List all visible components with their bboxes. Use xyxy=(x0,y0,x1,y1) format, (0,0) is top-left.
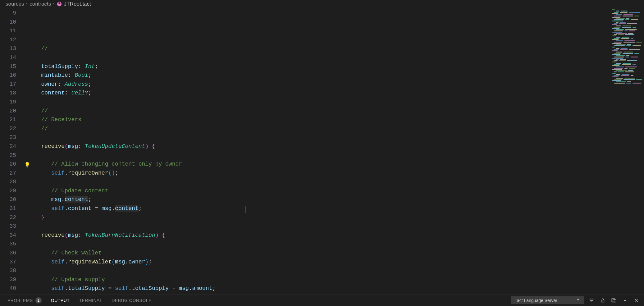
minimap[interactable] xyxy=(610,8,644,294)
code-line[interactable]: } xyxy=(31,213,610,222)
line-number: 24 xyxy=(0,142,16,151)
panel-tabs: Problems 1 Output Terminal Debug Console xyxy=(7,297,152,304)
code-line[interactable]: // xyxy=(31,44,610,53)
breadcrumb[interactable]: sources › contracts › JTRoot.tact xyxy=(0,0,644,8)
line-number: 19 xyxy=(0,98,16,107)
bottom-panel: Problems 1 Output Terminal Debug Console… xyxy=(0,294,644,306)
code-line[interactable] xyxy=(31,151,610,160)
line-number: 39 xyxy=(0,275,16,284)
filter-icon[interactable] xyxy=(588,297,595,304)
code-line[interactable] xyxy=(31,240,610,249)
tab-terminal[interactable]: Terminal xyxy=(79,298,102,303)
line-number: 31 xyxy=(0,204,16,213)
code-line[interactable]: // xyxy=(31,124,610,133)
code-line[interactable] xyxy=(31,266,610,275)
tab-problems[interactable]: Problems 1 xyxy=(7,297,42,304)
chevron-right-icon: › xyxy=(26,1,28,7)
line-number: 29 xyxy=(0,186,16,195)
breadcrumb-seg-contracts[interactable]: contracts xyxy=(30,1,51,7)
code-line[interactable]: // Receivers xyxy=(31,115,610,124)
line-number: 35 xyxy=(0,240,16,249)
code-line[interactable]: // Update supply xyxy=(31,275,610,284)
code-line[interactable]: receive(msg: TokenBurnNotification) { xyxy=(31,231,610,240)
line-number: 16 xyxy=(0,71,16,80)
line-number: 40 xyxy=(0,284,16,293)
tab-debug-console[interactable]: Debug Console xyxy=(112,298,152,303)
svg-rect-0 xyxy=(601,300,604,302)
code-line[interactable] xyxy=(31,133,610,142)
code-line[interactable]: receive(msg: TokenUpdateContent) { xyxy=(31,142,610,151)
line-number: 36 xyxy=(0,249,16,258)
breadcrumb-file[interactable]: JTRoot.tact xyxy=(64,1,91,7)
close-panel-icon[interactable] xyxy=(633,297,640,304)
chevron-right-icon: › xyxy=(53,1,55,7)
chevron-down-icon xyxy=(576,298,580,303)
output-channel-dropdown[interactable]: Tact Language Server xyxy=(511,296,584,304)
tab-debug-label: Debug Console xyxy=(112,298,152,303)
panel-actions: Tact Language Server xyxy=(511,296,640,304)
tab-output-label: Output xyxy=(51,298,70,303)
code-line[interactable]: self.content = msg.content; xyxy=(31,204,610,213)
file-tact-icon xyxy=(57,1,62,7)
code-line[interactable] xyxy=(31,53,610,62)
glyph-margin: 💡 xyxy=(24,8,31,294)
line-number: 23 xyxy=(0,133,16,142)
line-number: 9 xyxy=(0,9,16,18)
line-number: 13 xyxy=(0,44,16,53)
code-line[interactable]: mintable: Bool; xyxy=(31,71,610,80)
chevron-up-icon[interactable] xyxy=(622,297,628,304)
line-number: 14 xyxy=(0,53,16,62)
line-number: 18 xyxy=(0,89,16,98)
code-line[interactable] xyxy=(31,98,610,107)
lock-scroll-icon[interactable] xyxy=(599,297,606,304)
line-number: 21 xyxy=(0,115,16,124)
line-number: 15 xyxy=(0,62,16,71)
code-line[interactable] xyxy=(31,293,610,294)
line-number: 32 xyxy=(0,213,16,222)
code-line[interactable]: self.totalSupply = self.totalSupply - ms… xyxy=(31,284,610,293)
code-line[interactable]: content: Cell?; xyxy=(31,89,610,98)
tab-output[interactable]: Output xyxy=(51,298,70,303)
code-line[interactable]: owner: Address; xyxy=(31,80,610,89)
svg-rect-2 xyxy=(613,299,616,303)
problems-count-badge: 1 xyxy=(35,297,42,304)
output-channel-label: Tact Language Server xyxy=(515,298,557,303)
line-number: 33 xyxy=(0,222,16,231)
line-number: 20 xyxy=(0,107,16,116)
code-line[interactable]: // Check wallet xyxy=(31,249,610,258)
line-number: 12 xyxy=(0,35,16,44)
code-line[interactable] xyxy=(31,222,610,231)
code-line[interactable]: self.requireWallet(msg.owner); xyxy=(31,258,610,267)
code-line[interactable]: self.requireOwner(); xyxy=(31,169,610,178)
svg-rect-1 xyxy=(612,299,615,302)
lightbulb-icon[interactable]: 💡 xyxy=(24,161,30,170)
line-number-gutter: 9101112131415161718192021222324252627282… xyxy=(0,8,24,294)
line-number: 38 xyxy=(0,266,16,275)
code-line[interactable]: // Allow changing content only by owner xyxy=(31,160,610,169)
line-number: 28 xyxy=(0,177,16,186)
line-number: 26 xyxy=(0,160,16,169)
tab-problems-label: Problems xyxy=(7,298,33,303)
line-number: 10 xyxy=(0,18,16,27)
line-number: 22 xyxy=(0,124,16,133)
line-number: 37 xyxy=(0,258,16,267)
line-number: 34 xyxy=(0,231,16,240)
code-line[interactable]: msg.content; xyxy=(31,195,610,204)
line-number: 25 xyxy=(0,151,16,160)
breadcrumb-seg-sources[interactable]: sources xyxy=(6,1,24,7)
code-line[interactable]: // xyxy=(31,107,610,116)
editor[interactable]: 9101112131415161718192021222324252627282… xyxy=(0,8,644,294)
code-line[interactable]: // Update content xyxy=(31,186,610,195)
code-line[interactable] xyxy=(31,177,610,186)
line-number: 27 xyxy=(0,169,16,178)
tab-terminal-label: Terminal xyxy=(79,298,102,303)
line-number: 30 xyxy=(0,195,16,204)
code-line[interactable]: totalSupply: Int; xyxy=(31,62,610,71)
line-number: 11 xyxy=(0,26,16,35)
line-number: 17 xyxy=(0,80,16,89)
code-content[interactable]: // totalSupply: Int; mintable: Bool; own… xyxy=(31,8,610,294)
open-log-icon[interactable] xyxy=(610,297,617,304)
